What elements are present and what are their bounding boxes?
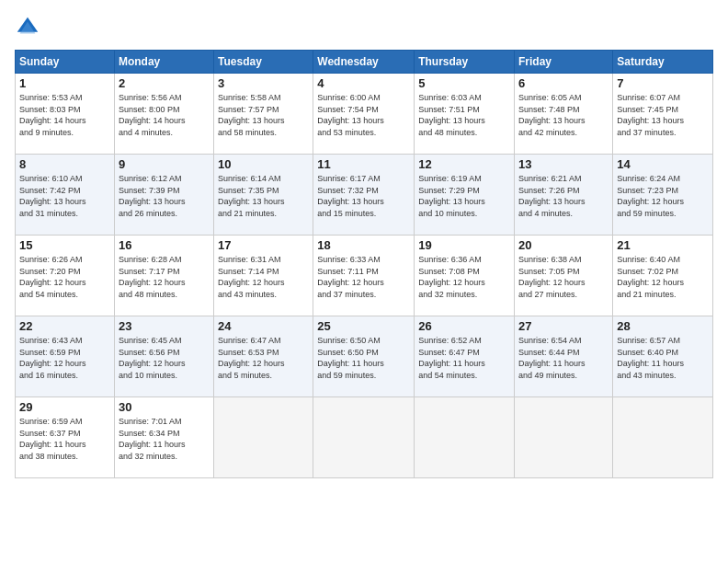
calendar-cell: 12Sunrise: 6:19 AM Sunset: 7:29 PM Dayli…: [415, 155, 515, 236]
calendar-cell: 3Sunrise: 5:58 AM Sunset: 7:57 PM Daylig…: [214, 74, 313, 155]
weekday-monday: Monday: [114, 51, 213, 74]
day-number: 7: [617, 76, 709, 90]
day-number: 27: [518, 319, 609, 333]
day-info: Sunrise: 6:38 AM Sunset: 7:05 PM Dayligh…: [518, 254, 609, 300]
day-info: Sunrise: 5:58 AM Sunset: 7:57 PM Dayligh…: [218, 92, 309, 138]
day-number: 3: [218, 76, 309, 90]
day-info: Sunrise: 6:21 AM Sunset: 7:26 PM Dayligh…: [518, 173, 609, 219]
day-number: 10: [218, 157, 309, 171]
day-info: Sunrise: 6:57 AM Sunset: 6:40 PM Dayligh…: [617, 335, 709, 381]
day-info: Sunrise: 6:31 AM Sunset: 7:14 PM Dayligh…: [218, 254, 309, 300]
day-info: Sunrise: 6:28 AM Sunset: 7:17 PM Dayligh…: [119, 254, 210, 300]
weekday-friday: Friday: [515, 51, 613, 74]
day-number: 24: [218, 319, 309, 333]
calendar-cell: 10Sunrise: 6:14 AM Sunset: 7:35 PM Dayli…: [214, 155, 313, 236]
day-number: 15: [19, 238, 110, 252]
logo-icon: [15, 15, 40, 40]
day-number: 22: [19, 319, 110, 333]
day-info: Sunrise: 6:45 AM Sunset: 6:56 PM Dayligh…: [119, 335, 210, 381]
day-info: Sunrise: 6:47 AM Sunset: 6:53 PM Dayligh…: [218, 335, 309, 381]
calendar-cell: 25Sunrise: 6:50 AM Sunset: 6:50 PM Dayli…: [313, 316, 415, 397]
day-number: 29: [19, 400, 110, 414]
day-number: 4: [317, 76, 410, 90]
day-number: 6: [518, 76, 609, 90]
calendar-cell: 26Sunrise: 6:52 AM Sunset: 6:47 PM Dayli…: [415, 316, 515, 397]
calendar-cell: 4Sunrise: 6:00 AM Sunset: 7:54 PM Daylig…: [313, 74, 415, 155]
calendar-cell: 14Sunrise: 6:24 AM Sunset: 7:23 PM Dayli…: [613, 155, 713, 236]
calendar-cell: 7Sunrise: 6:07 AM Sunset: 7:45 PM Daylig…: [613, 74, 713, 155]
day-number: 1: [19, 76, 110, 90]
calendar-cell: [515, 397, 613, 478]
calendar-cell: 5Sunrise: 6:03 AM Sunset: 7:51 PM Daylig…: [415, 74, 515, 155]
day-info: Sunrise: 6:33 AM Sunset: 7:11 PM Dayligh…: [317, 254, 410, 300]
day-info: Sunrise: 5:56 AM Sunset: 8:00 PM Dayligh…: [119, 92, 210, 138]
weekday-tuesday: Tuesday: [214, 51, 313, 74]
day-number: 9: [119, 157, 210, 171]
calendar-cell: 22Sunrise: 6:43 AM Sunset: 6:59 PM Dayli…: [16, 316, 115, 397]
day-number: 13: [518, 157, 609, 171]
day-number: 2: [119, 76, 210, 90]
day-info: Sunrise: 6:03 AM Sunset: 7:51 PM Dayligh…: [418, 92, 510, 138]
day-number: 20: [518, 238, 609, 252]
calendar-cell: 21Sunrise: 6:40 AM Sunset: 7:02 PM Dayli…: [613, 236, 713, 316]
day-info: Sunrise: 6:00 AM Sunset: 7:54 PM Dayligh…: [317, 92, 410, 138]
calendar-table: SundayMondayTuesdayWednesdayThursdayFrid…: [15, 50, 713, 478]
day-number: 21: [617, 238, 709, 252]
day-info: Sunrise: 6:26 AM Sunset: 7:20 PM Dayligh…: [19, 254, 110, 300]
calendar-cell: 17Sunrise: 6:31 AM Sunset: 7:14 PM Dayli…: [214, 236, 313, 316]
day-info: Sunrise: 6:14 AM Sunset: 7:35 PM Dayligh…: [218, 173, 309, 219]
calendar-cell: [313, 397, 415, 478]
calendar-cell: 19Sunrise: 6:36 AM Sunset: 7:08 PM Dayli…: [415, 236, 515, 316]
calendar-cell: 23Sunrise: 6:45 AM Sunset: 6:56 PM Dayli…: [114, 316, 213, 397]
day-number: 19: [418, 238, 510, 252]
calendar-cell: 13Sunrise: 6:21 AM Sunset: 7:26 PM Dayli…: [515, 155, 613, 236]
calendar-cell: 9Sunrise: 6:12 AM Sunset: 7:39 PM Daylig…: [114, 155, 213, 236]
week-row-5: 29Sunrise: 6:59 AM Sunset: 6:37 PM Dayli…: [16, 397, 713, 478]
calendar-cell: 11Sunrise: 6:17 AM Sunset: 7:32 PM Dayli…: [313, 155, 415, 236]
calendar-cell: 20Sunrise: 6:38 AM Sunset: 7:05 PM Dayli…: [515, 236, 613, 316]
day-info: Sunrise: 6:43 AM Sunset: 6:59 PM Dayligh…: [19, 335, 110, 381]
calendar-cell: 2Sunrise: 5:56 AM Sunset: 8:00 PM Daylig…: [114, 74, 213, 155]
header: [15, 15, 713, 40]
calendar-cell: 16Sunrise: 6:28 AM Sunset: 7:17 PM Dayli…: [114, 236, 213, 316]
day-number: 14: [617, 157, 709, 171]
calendar-cell: [214, 397, 313, 478]
weekday-header-row: SundayMondayTuesdayWednesdayThursdayFrid…: [16, 51, 713, 74]
day-number: 23: [119, 319, 210, 333]
calendar-cell: [415, 397, 515, 478]
day-info: Sunrise: 6:10 AM Sunset: 7:42 PM Dayligh…: [19, 173, 110, 219]
calendar-cell: 28Sunrise: 6:57 AM Sunset: 6:40 PM Dayli…: [613, 316, 713, 397]
calendar-cell: 29Sunrise: 6:59 AM Sunset: 6:37 PM Dayli…: [16, 397, 115, 478]
day-info: Sunrise: 7:01 AM Sunset: 6:34 PM Dayligh…: [119, 416, 210, 462]
day-info: Sunrise: 6:07 AM Sunset: 7:45 PM Dayligh…: [617, 92, 709, 138]
week-row-4: 22Sunrise: 6:43 AM Sunset: 6:59 PM Dayli…: [16, 316, 713, 397]
day-info: Sunrise: 6:05 AM Sunset: 7:48 PM Dayligh…: [518, 92, 609, 138]
day-info: Sunrise: 6:54 AM Sunset: 6:44 PM Dayligh…: [518, 335, 609, 381]
calendar-cell: 8Sunrise: 6:10 AM Sunset: 7:42 PM Daylig…: [16, 155, 115, 236]
calendar-cell: 15Sunrise: 6:26 AM Sunset: 7:20 PM Dayli…: [16, 236, 115, 316]
calendar-cell: 18Sunrise: 6:33 AM Sunset: 7:11 PM Dayli…: [313, 236, 415, 316]
calendar-cell: 6Sunrise: 6:05 AM Sunset: 7:48 PM Daylig…: [515, 74, 613, 155]
day-info: Sunrise: 6:17 AM Sunset: 7:32 PM Dayligh…: [317, 173, 410, 219]
day-info: Sunrise: 6:19 AM Sunset: 7:29 PM Dayligh…: [418, 173, 510, 219]
day-number: 16: [119, 238, 210, 252]
logo: [15, 15, 44, 40]
day-number: 11: [317, 157, 410, 171]
day-number: 25: [317, 319, 410, 333]
day-number: 26: [418, 319, 510, 333]
day-number: 18: [317, 238, 410, 252]
calendar-cell: [613, 397, 713, 478]
weekday-wednesday: Wednesday: [313, 51, 415, 74]
day-number: 17: [218, 238, 309, 252]
calendar-cell: 27Sunrise: 6:54 AM Sunset: 6:44 PM Dayli…: [515, 316, 613, 397]
week-row-2: 8Sunrise: 6:10 AM Sunset: 7:42 PM Daylig…: [16, 155, 713, 236]
day-info: Sunrise: 6:12 AM Sunset: 7:39 PM Dayligh…: [119, 173, 210, 219]
weekday-sunday: Sunday: [16, 51, 115, 74]
day-info: Sunrise: 6:24 AM Sunset: 7:23 PM Dayligh…: [617, 173, 709, 219]
calendar-cell: 30Sunrise: 7:01 AM Sunset: 6:34 PM Dayli…: [114, 397, 213, 478]
day-number: 8: [19, 157, 110, 171]
calendar-cell: 1Sunrise: 5:53 AM Sunset: 8:03 PM Daylig…: [16, 74, 115, 155]
day-number: 28: [617, 319, 709, 333]
day-number: 5: [418, 76, 510, 90]
day-info: Sunrise: 6:50 AM Sunset: 6:50 PM Dayligh…: [317, 335, 410, 381]
